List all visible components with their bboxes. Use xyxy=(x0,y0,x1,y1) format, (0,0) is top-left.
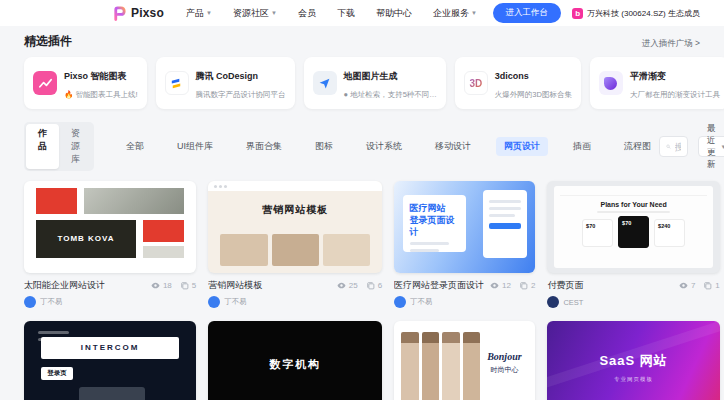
card-author[interactable]: 丁不易 xyxy=(24,296,196,308)
codesign-icon xyxy=(165,71,189,95)
eye-icon xyxy=(679,281,688,290)
category-illustration[interactable]: 插画 xyxy=(565,137,599,156)
copy-icon xyxy=(180,281,189,290)
thumbnail-solar-website[interactable]: TOMB KOVA xyxy=(24,181,196,273)
pixso-logo-icon xyxy=(112,6,127,21)
avatar xyxy=(394,296,406,308)
main-nav: 产品▼ 资源社区▼ 会员 下载 帮助中心 企业服务▼ xyxy=(186,7,477,20)
thumbnail-saas-website[interactable]: SaaS 网站 专业网页模板 xyxy=(547,321,719,400)
view-toggle: 作品 资源库 xyxy=(24,122,94,171)
card-title[interactable]: 医疗网站登录页面设计 xyxy=(394,279,484,292)
plugin-card-smooth-gradient[interactable]: 平滑渐变大厂都在用的渐变设计工具 xyxy=(590,57,724,109)
avatar xyxy=(24,296,36,308)
gallery-grid: TOMB KOVA 太阳能企业网站设计 18 5 丁不易 营销 xyxy=(24,181,700,400)
thumbnail-medical-login[interactable]: 医疗网站 登录页面设计 xyxy=(394,181,535,273)
gallery-card: Plans for Your Need $70 $70 $240 付费页面 7 … xyxy=(547,181,719,308)
thumbnail-digital-agency[interactable]: 数字机构 xyxy=(208,321,382,400)
category-mobile-design[interactable]: 移动设计 xyxy=(427,137,479,156)
chevron-down-icon: ▼ xyxy=(471,10,477,16)
gallery-card: 数字机构 SquareUp – 数码产品工作室 120 15 合设文 xyxy=(208,321,382,400)
category-page-collections[interactable]: 界面合集 xyxy=(238,137,290,156)
plugin-card-map-image[interactable]: 地图图片生成● 地址检索，支持5种不同… xyxy=(304,57,446,109)
featured-plugins-row: Pixso 智能图表🔥 智能图表工具上线! 腾讯 CoDesign腾讯数字产品设… xyxy=(24,57,700,109)
gallery-card: Bonjour 时尚中心 Bonjour – 时尚中心 94 14 海设文 xyxy=(394,321,535,400)
gallery-card: TOMB KOVA 太阳能企业网站设计 18 5 丁不易 xyxy=(24,181,196,308)
card-stats: 18 5 xyxy=(151,281,196,290)
gallery-card: SaaS 网站 专业网页模板 Sass Application – Cypres… xyxy=(547,321,719,400)
card-author[interactable]: 丁不易 xyxy=(394,296,535,308)
plugin-card-smart-chart[interactable]: Pixso 智能图表🔥 智能图表工具上线! xyxy=(24,57,147,109)
nav-item-download[interactable]: 下载 xyxy=(337,7,355,20)
thumbnail-pricing-page[interactable]: Plans for Your Need $70 $70 $240 xyxy=(547,181,719,273)
eye-icon xyxy=(151,281,160,290)
category-ui-kits[interactable]: UI组件库 xyxy=(169,137,221,156)
nav-item-help-center[interactable]: 帮助中心 xyxy=(376,7,412,20)
card-stats: 25 6 xyxy=(337,281,382,290)
tab-resource-library[interactable]: 资源库 xyxy=(59,124,92,169)
card-title[interactable]: 营销网站模板 xyxy=(208,279,330,292)
section-title-featured-plugins: 精选插件 xyxy=(24,33,72,50)
search-box[interactable] xyxy=(659,136,688,157)
plugin-plaza-link[interactable]: 进入插件广场 > xyxy=(642,38,700,50)
pixso-logo[interactable]: Pixso xyxy=(112,6,164,21)
sort-dropdown[interactable]: 最近更新 ▼ xyxy=(698,136,724,157)
card-author[interactable]: CEST xyxy=(547,296,719,308)
wondershare-b-icon: b xyxy=(572,8,583,19)
chevron-down-icon: ▼ xyxy=(206,10,212,16)
wondershare-badge: b 万兴科技 (300624.SZ) 生态成员 xyxy=(572,8,700,19)
header-right: 进入工作台 b 万兴科技 (300624.SZ) 生态成员 xyxy=(493,3,700,23)
copy-icon xyxy=(366,281,375,290)
enter-workspace-button[interactable]: 进入工作台 xyxy=(493,3,562,23)
wondershare-text: 万兴科技 (300624.SZ) 生态成员 xyxy=(587,8,700,19)
copy-icon xyxy=(703,281,712,290)
nav-item-products[interactable]: 产品▼ xyxy=(186,7,212,20)
category-web-design[interactable]: 网页设计 xyxy=(496,137,548,156)
category-all[interactable]: 全部 xyxy=(118,137,152,156)
thumbnail-intercom-login[interactable]: INTERCOM 登录页 xyxy=(24,321,196,400)
nav-item-membership[interactable]: 会员 xyxy=(298,7,316,20)
category-tabs: 全部 UI组件库 界面合集 图标 设计系统 移动设计 网页设计 插画 流程图 xyxy=(118,137,659,156)
avatar xyxy=(208,296,220,308)
category-flowchart[interactable]: 流程图 xyxy=(616,137,659,156)
category-icons[interactable]: 图标 xyxy=(307,137,341,156)
copy-icon xyxy=(519,281,528,290)
filter-bar: 作品 资源库 全部 UI组件库 界面合集 图标 设计系统 移动设计 网页设计 插… xyxy=(24,122,700,171)
chevron-down-icon: ▼ xyxy=(271,10,277,16)
gallery-card: INTERCOM 登录页 可编辑的 Intercom 登录页面 150 20 郑… xyxy=(24,321,196,400)
card-stats: 12 2 xyxy=(490,281,535,290)
nav-item-community[interactable]: 资源社区▼ xyxy=(233,7,277,20)
gallery-card: 医疗网站 登录页面设计 医疗网站登录页面设计 12 2 丁不易 xyxy=(394,181,535,308)
search-input[interactable] xyxy=(675,142,681,152)
plugin-card-3dicons[interactable]: 3D 3dicons火爆外网的3D图标合集 xyxy=(455,57,581,109)
search-icon xyxy=(666,141,671,152)
chart-icon xyxy=(33,71,57,95)
card-author[interactable]: 丁不易 xyxy=(208,296,382,308)
map-icon xyxy=(313,71,337,95)
category-design-systems[interactable]: 设计系统 xyxy=(358,137,410,156)
top-navigation-bar: Pixso 产品▼ 资源社区▼ 会员 下载 帮助中心 企业服务▼ 进入工作台 b… xyxy=(0,0,724,26)
nav-item-enterprise[interactable]: 企业服务▼ xyxy=(433,7,477,20)
card-title[interactable]: 太阳能企业网站设计 xyxy=(24,279,145,292)
card-title[interactable]: 付费页面 xyxy=(547,279,672,292)
gradient-icon xyxy=(599,71,623,95)
eye-icon xyxy=(337,281,346,290)
avatar xyxy=(547,296,559,308)
tab-works[interactable]: 作品 xyxy=(26,124,59,169)
main-content: 精选插件 进入插件广场 > Pixso 智能图表🔥 智能图表工具上线! 腾讯 C… xyxy=(0,26,724,400)
card-stats: 7 1 xyxy=(679,281,720,290)
thumbnail-marketing-template[interactable]: 营销网站模板 xyxy=(208,181,382,273)
gallery-card: 营销网站模板 营销网站模板 25 6 丁不易 xyxy=(208,181,382,308)
logo-text: Pixso xyxy=(131,6,164,20)
chevron-down-icon: ▼ xyxy=(721,144,724,150)
eye-icon xyxy=(490,281,499,290)
thumbnail-fashion-center[interactable]: Bonjour 时尚中心 xyxy=(394,321,535,400)
plugin-card-codesign[interactable]: 腾讯 CoDesign腾讯数字产品设计协同平台 xyxy=(156,57,295,109)
3d-icon: 3D xyxy=(464,71,488,95)
